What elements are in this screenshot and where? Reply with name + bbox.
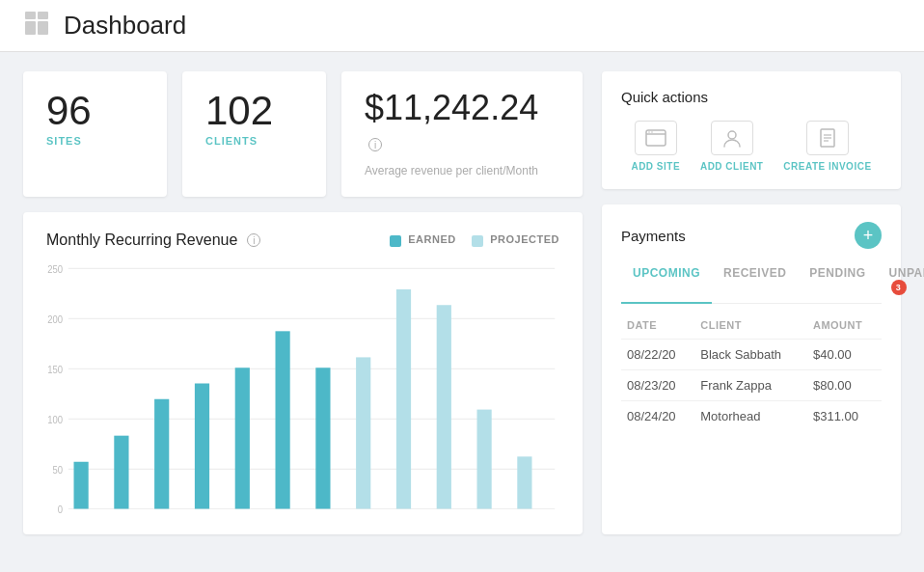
cell-amount: $80.00 [807, 370, 882, 401]
add-site-icon [635, 121, 677, 155]
bar-may-earned [235, 368, 250, 508]
tab-received[interactable]: RECEIVED [712, 260, 798, 303]
chart-legend: EARNED PROJECTED [390, 233, 559, 246]
svg-text:Jun: Jun [275, 514, 289, 515]
add-client-icon [711, 121, 753, 155]
svg-rect-0 [25, 12, 36, 19]
payments-title: Payments [621, 228, 686, 244]
right-column: Quick actions ADD SITE [602, 71, 901, 534]
cell-date: 08/23/20 [621, 370, 694, 401]
cell-client: Motorhead [694, 401, 807, 432]
revenue-info-icon[interactable]: i [368, 138, 382, 151]
unpaid-badge: 3 [891, 280, 907, 295]
sites-label: SITES [46, 135, 144, 147]
revenue-value: $11,242.24 i [365, 91, 559, 160]
add-client-action[interactable]: ADD CLIENT [700, 121, 764, 172]
main-content: 96 SITES 102 CLIENTS $11,242.24 i Averag… [0, 52, 924, 554]
svg-text:100: 100 [47, 414, 63, 425]
cell-date: 08/22/20 [621, 340, 694, 370]
bar-sep-projected [396, 289, 411, 509]
chart-card: Monthly Recurring Revenue i EARNED PROJE… [23, 212, 583, 534]
dashboard-icon [23, 10, 50, 41]
top-bar: Dashboard [0, 0, 924, 52]
svg-text:200: 200 [47, 313, 63, 325]
bar-oct-projected [437, 305, 451, 508]
svg-text:Aug: Aug [355, 514, 371, 515]
page-title: Dashboard [64, 11, 186, 41]
bar-jun-earned [276, 331, 290, 508]
stats-row: 96 SITES 102 CLIENTS $11,242.24 i Averag… [23, 71, 583, 197]
payments-header: Payments + [621, 222, 882, 249]
svg-text:Oct: Oct [437, 514, 451, 515]
cell-amount: $40.00 [807, 340, 882, 370]
payments-add-button[interactable]: + [855, 222, 882, 249]
bar-apr-earned [195, 384, 209, 509]
bar-dec-projected [517, 456, 531, 508]
quick-actions-row: ADD SITE ADD CLIENT [621, 121, 882, 172]
svg-text:Apr: Apr [195, 514, 209, 515]
cell-date: 08/24/20 [621, 401, 694, 432]
clients-value: 102 [205, 91, 303, 131]
sites-value: 96 [46, 91, 144, 131]
svg-text:Jul: Jul [317, 514, 329, 515]
svg-text:May: May [233, 514, 252, 515]
svg-text:50: 50 [53, 464, 64, 476]
sites-stat-card: 96 SITES [23, 71, 167, 197]
svg-point-32 [728, 131, 736, 139]
svg-text:250: 250 [47, 264, 63, 275]
payments-table: DATE CLIENT AMOUNT 08/22/20 Black Sabbat… [621, 315, 882, 431]
left-column: 96 SITES 102 CLIENTS $11,242.24 i Averag… [23, 71, 583, 534]
chart-title: Monthly Recurring Revenue [46, 232, 237, 249]
svg-text:0: 0 [58, 504, 64, 515]
chart-info-icon[interactable]: i [247, 233, 260, 247]
create-invoice-label: CREATE INVOICE [783, 161, 871, 172]
create-invoice-action[interactable]: CREATE INVOICE [783, 121, 871, 172]
chart-header: Monthly Recurring Revenue i EARNED PROJE… [46, 232, 559, 249]
tab-upcoming[interactable]: UPCOMING [621, 260, 712, 303]
cell-client: Black Sabbath [694, 340, 807, 370]
quick-actions-card: Quick actions ADD SITE [602, 71, 901, 189]
clients-stat-card: 102 CLIENTS [182, 71, 326, 197]
earned-legend-dot [390, 235, 401, 247]
svg-rect-3 [38, 21, 48, 35]
bar-aug-projected [356, 357, 370, 508]
col-date: DATE [621, 315, 694, 340]
table-row: 08/23/20 Frank Zappa $80.00 [621, 370, 882, 401]
revenue-label: Average revenue per client/Month [365, 164, 559, 177]
bar-feb-earned [114, 436, 128, 509]
tab-unpaid[interactable]: UNPAID3 [878, 260, 924, 303]
revenue-stat-card: $11,242.24 i Average revenue per client/… [341, 71, 583, 197]
payments-tabs: UPCOMING RECEIVED PENDING UNPAID3 [621, 260, 882, 304]
svg-text:Feb: Feb [114, 514, 130, 515]
svg-text:Dec: Dec [516, 514, 532, 515]
svg-text:Nov: Nov [476, 514, 494, 515]
bar-jan-earned [74, 462, 89, 509]
add-site-action[interactable]: ADD SITE [631, 121, 680, 172]
bar-nov-projected [477, 410, 492, 509]
projected-legend: PROJECTED [472, 233, 559, 246]
col-amount: AMOUNT [807, 315, 882, 340]
chart-area: 250 200 150 100 50 0 [46, 264, 559, 515]
tab-pending[interactable]: PENDING [798, 260, 877, 303]
bar-mar-earned [154, 399, 169, 509]
svg-text:150: 150 [47, 364, 63, 375]
svg-text:Sep: Sep [395, 514, 412, 515]
svg-text:Mar: Mar [154, 514, 171, 515]
cell-amount: $311.00 [807, 401, 882, 432]
svg-text:Jan: Jan [73, 514, 88, 515]
clients-label: CLIENTS [205, 135, 303, 147]
svg-rect-2 [25, 21, 36, 35]
projected-legend-dot [472, 235, 483, 247]
svg-rect-1 [38, 12, 48, 19]
col-client: CLIENT [694, 315, 807, 340]
earned-legend: EARNED [390, 233, 456, 246]
chart-svg: 250 200 150 100 50 0 [46, 264, 559, 515]
create-invoice-icon [806, 121, 849, 155]
cell-client: Frank Zappa [694, 370, 807, 401]
payments-card: Payments + UPCOMING RECEIVED PENDING UNP… [602, 204, 901, 534]
quick-actions-title: Quick actions [621, 89, 882, 105]
add-client-label: ADD CLIENT [700, 161, 764, 172]
table-row: 08/22/20 Black Sabbath $40.00 [621, 340, 882, 370]
bar-jul-earned [315, 368, 330, 508]
add-site-label: ADD SITE [631, 161, 680, 172]
